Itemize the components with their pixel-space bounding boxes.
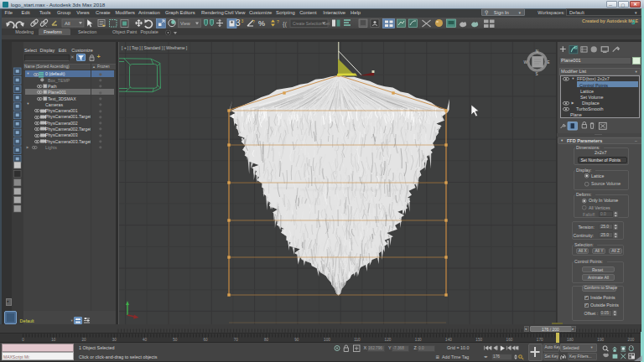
svg-text:View: View — [180, 21, 190, 26]
svg-text:3: 3 — [236, 18, 241, 28]
svg-text:%: % — [258, 19, 265, 28]
svg-text:E: E — [548, 60, 550, 65]
svg-text:S: S — [536, 72, 538, 76]
svg-text:{(: {( — [283, 20, 288, 28]
svg-text:All: All — [65, 21, 70, 26]
svg-text:N: N — [536, 49, 538, 54]
svg-text:3: 3 — [242, 18, 244, 23]
svg-text:?: ? — [252, 19, 255, 24]
svg-text:?: ? — [277, 19, 279, 24]
